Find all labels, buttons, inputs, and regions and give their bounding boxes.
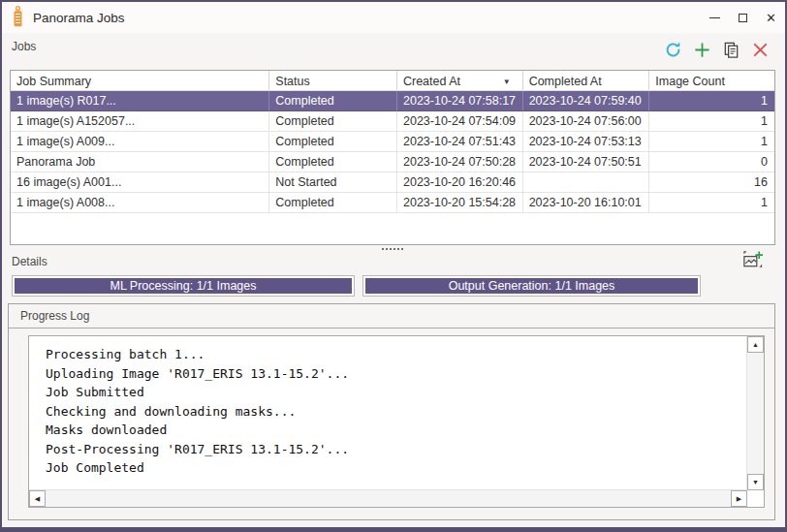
- vertical-scrollbar[interactable]: ▲ ▼: [746, 336, 764, 490]
- column-header-label: Status: [275, 75, 309, 88]
- log-text: Processing batch 1... Uploading Image 'R…: [29, 336, 747, 490]
- details-section-label: Details: [12, 255, 47, 268]
- column-header-created-at[interactable]: Created At▼: [397, 71, 523, 90]
- table-cell: 2023-10-24 07:56:00: [523, 111, 650, 132]
- arrow-left-icon: ◀: [35, 495, 40, 503]
- progress-fill: ML Processing: 1/1 Images: [15, 278, 352, 294]
- progress-log-title: Progress Log: [20, 309, 89, 323]
- refresh-icon: [664, 41, 682, 59]
- copy-icon: [722, 41, 740, 59]
- column-header-image-count[interactable]: Image Count: [649, 71, 774, 90]
- table-cell: Completed: [269, 111, 397, 132]
- arrow-right-icon: ▶: [737, 495, 741, 503]
- jobs-section-label: Jobs: [12, 40, 36, 53]
- jobs-table: Job Summary Status Created At▼ Completed…: [10, 70, 775, 245]
- ml-processing-progress-bar: ML Processing: 1/1 Images: [12, 275, 355, 297]
- close-button[interactable]: ✕: [757, 2, 785, 33]
- scroll-right-button[interactable]: ▶: [731, 490, 747, 507]
- add-image-button[interactable]: [741, 249, 764, 271]
- table-cell: 2023-10-24 07:58:17: [397, 91, 523, 111]
- table-cell: 1: [649, 111, 774, 132]
- maximize-button[interactable]: [729, 2, 757, 33]
- window-title: Panorama Jobs: [33, 11, 125, 25]
- table-cell: 2023-10-24 07:59:40: [523, 91, 650, 111]
- table-cell: 16: [649, 172, 774, 193]
- app-icon: [12, 6, 24, 29]
- table-cell: 1 image(s) A152057...: [11, 111, 269, 132]
- table-row[interactable]: 1 image(s) A009...Completed2023-10-24 07…: [11, 132, 774, 152]
- column-header-label: Job Summary: [16, 75, 91, 88]
- window-content: Jobs: [2, 33, 785, 527]
- sort-desc-icon: ▼: [503, 78, 511, 86]
- jobs-toolbar: [664, 41, 770, 59]
- window-controls: ✕: [701, 2, 785, 33]
- arrow-down-icon: ▼: [752, 479, 759, 485]
- add-job-button[interactable]: [693, 41, 711, 59]
- splitter-handle[interactable]: [10, 245, 775, 252]
- table-header-row: Job Summary Status Created At▼ Completed…: [11, 71, 774, 91]
- table-cell: 2023-10-20 15:54:28: [397, 193, 523, 213]
- table-body: 1 image(s) R017...Completed2023-10-24 07…: [11, 91, 774, 213]
- table-row[interactable]: 1 image(s) R017...Completed2023-10-24 07…: [11, 91, 774, 111]
- scroll-left-button[interactable]: ◀: [29, 490, 46, 507]
- arrow-up-icon: ▲: [752, 341, 759, 348]
- minimize-icon: [709, 17, 720, 18]
- table-cell: 2023-10-24 07:54:09: [397, 111, 523, 132]
- table-cell: 1 image(s) R017...: [11, 91, 269, 111]
- table-cell: 2023-10-20 16:20:46: [397, 172, 523, 193]
- table-cell: 1 image(s) A009...: [11, 132, 269, 152]
- horizontal-scrollbar[interactable]: ◀ ▶: [29, 489, 747, 507]
- delete-icon: [751, 41, 770, 59]
- progress-label: ML Processing: 1/1 Images: [110, 279, 257, 293]
- table-row[interactable]: 16 image(s) A001...Not Started2023-10-20…: [11, 172, 774, 193]
- column-header-completed-at[interactable]: Completed At: [523, 71, 650, 90]
- progress-label: Output Generation: 1/1 Images: [449, 279, 615, 293]
- table-cell: 2023-10-24 07:53:13: [523, 132, 650, 152]
- table-cell: 1: [649, 91, 774, 111]
- add-image-icon: [741, 249, 764, 271]
- minimize-button[interactable]: [701, 2, 729, 33]
- maximize-icon: [739, 14, 747, 22]
- delete-job-button[interactable]: [751, 41, 770, 59]
- table-cell: 2023-10-24 07:50:28: [397, 152, 523, 172]
- table-cell: Not Started: [269, 172, 397, 193]
- refresh-button[interactable]: [664, 41, 682, 59]
- table-cell: Completed: [269, 193, 397, 213]
- progress-fill: Output Generation: 1/1 Images: [365, 278, 698, 294]
- close-icon: ✕: [766, 12, 776, 24]
- table-cell: 0: [649, 152, 774, 172]
- table-row[interactable]: Panorama JobCompleted2023-10-24 07:50:28…: [11, 152, 774, 172]
- table-cell: 2023-10-20 16:10:01: [523, 193, 650, 213]
- table-row[interactable]: 1 image(s) A008...Completed2023-10-20 15…: [11, 193, 774, 213]
- column-header-label: Created At: [403, 75, 460, 88]
- table-cell: [523, 172, 650, 193]
- table-row[interactable]: 1 image(s) A152057...Completed2023-10-24…: [11, 111, 774, 132]
- title-bar: Panorama Jobs ✕: [2, 2, 785, 33]
- progress-log-textbox[interactable]: Processing batch 1... Uploading Image 'R…: [28, 335, 765, 508]
- table-cell: 16 image(s) A001...: [11, 172, 269, 193]
- copy-job-button[interactable]: [722, 41, 740, 59]
- table-cell: Completed: [269, 91, 397, 111]
- column-header-job-summary[interactable]: Job Summary: [11, 71, 269, 90]
- column-header-status[interactable]: Status: [269, 71, 397, 90]
- table-cell: 1: [649, 132, 774, 152]
- column-header-label: Completed At: [529, 75, 602, 88]
- progress-log-header: Progress Log: [9, 304, 774, 329]
- panorama-jobs-window: Panorama Jobs ✕ Jobs: [0, 0, 787, 532]
- output-generation-progress-bar: Output Generation: 1/1 Images: [362, 275, 701, 297]
- table-cell: 2023-10-24 07:51:43: [397, 132, 523, 152]
- add-icon: [693, 41, 711, 59]
- table-cell: Panorama Job: [11, 152, 269, 172]
- table-cell: Completed: [269, 132, 397, 152]
- scroll-up-button[interactable]: ▲: [747, 336, 764, 353]
- column-header-label: Image Count: [655, 75, 725, 88]
- table-cell: 1: [649, 193, 774, 213]
- table-cell: Completed: [269, 152, 397, 172]
- table-cell: 1 image(s) A008...: [11, 193, 269, 213]
- progress-log-groupbox: Progress Log Processing batch 1... Uploa…: [8, 303, 775, 520]
- table-cell: 2023-10-24 07:50:51: [523, 152, 650, 172]
- scroll-down-button[interactable]: ▼: [747, 474, 764, 490]
